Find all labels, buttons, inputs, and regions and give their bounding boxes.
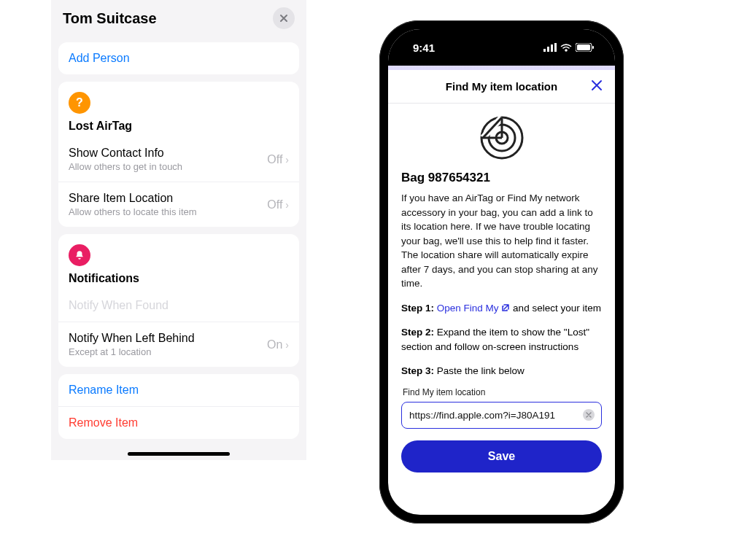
- chevron-right-icon: ›: [285, 339, 289, 351]
- lost-section-header: ?: [58, 82, 299, 114]
- notify-when-found-label: Notify When Found: [69, 299, 169, 312]
- chevron-right-icon: ›: [285, 154, 289, 166]
- step-2-label: Step 2:: [401, 327, 434, 338]
- notify-when-found-row: Notify When Found: [58, 289, 299, 322]
- row-value: Off: [267, 198, 282, 211]
- bell-icon: [69, 244, 90, 266]
- findmy-item-sheet: Tom Suitcase Add Person ? Lost AirTag Sh…: [51, 0, 306, 460]
- share-item-location-row[interactable]: Share Item Location Allow others to loca…: [58, 182, 299, 227]
- show-contact-info-row[interactable]: Show Contact Info Allow others to get in…: [58, 137, 299, 182]
- modal-title: Find My item location: [446, 80, 557, 93]
- step-1-label: Step 1:: [401, 303, 434, 314]
- notify-when-left-behind-row[interactable]: Notify When Left Behind Except at 1 loca…: [58, 322, 299, 367]
- svg-rect-3: [554, 43, 557, 52]
- step-3-label: Step 3:: [401, 365, 434, 376]
- svg-rect-6: [592, 46, 594, 49]
- row-value: On: [267, 338, 282, 351]
- clear-input-icon[interactable]: [583, 409, 595, 421]
- dynamic-island: [464, 36, 540, 58]
- sheet-title: Tom Suitcase: [63, 10, 157, 27]
- step-3: Step 3: Paste the link below: [401, 364, 602, 378]
- add-person-row[interactable]: Add Person: [58, 42, 299, 74]
- row-title: Notify When Left Behind: [69, 332, 195, 345]
- step-2: Step 2: Expand the item to show the "Los…: [401, 325, 602, 355]
- add-person-label: Add Person: [69, 52, 130, 65]
- rename-item-row[interactable]: Rename Item: [58, 374, 299, 407]
- step-3-text: Paste the link below: [434, 365, 525, 376]
- home-indicator: [128, 452, 230, 456]
- save-button[interactable]: Save: [401, 440, 602, 472]
- bag-heading: Bag 987654321: [401, 171, 602, 185]
- svg-rect-1: [547, 47, 549, 52]
- svg-rect-2: [551, 44, 553, 52]
- modal-header: Find My item location: [388, 70, 615, 104]
- row-title: Show Contact Info: [69, 147, 182, 160]
- remove-item-row[interactable]: Remove Item: [58, 407, 299, 439]
- radar-icon: [401, 115, 602, 160]
- step-1-rest: and select your item: [513, 303, 601, 314]
- external-link-icon: [501, 302, 510, 316]
- iphone-frame: 9:41 Find My item location: [379, 20, 624, 524]
- url-field-label: Find My item location: [403, 387, 602, 397]
- notifications-section-header: [58, 234, 299, 266]
- row-title: Share Item Location: [69, 192, 197, 205]
- row-subtitle: Allow others to locate this item: [69, 206, 197, 217]
- row-subtitle: Except at 1 location: [69, 346, 195, 357]
- close-icon[interactable]: [273, 7, 295, 29]
- cellular-icon: [543, 42, 557, 54]
- open-find-my-link[interactable]: Open Find My: [437, 303, 513, 314]
- status-time: 9:41: [413, 42, 435, 54]
- remove-item-label: Remove Item: [69, 416, 138, 429]
- notifications-title: Notifications: [58, 266, 299, 289]
- close-icon[interactable]: [590, 79, 603, 96]
- wifi-icon: [560, 42, 572, 54]
- question-icon: ?: [69, 92, 90, 114]
- svg-rect-0: [543, 49, 546, 52]
- step-1: Step 1: Open Find My and select your ite…: [401, 301, 602, 316]
- chevron-right-icon: ›: [285, 199, 289, 211]
- svg-rect-5: [577, 44, 590, 50]
- find-my-url-input[interactable]: [401, 402, 602, 429]
- bag-description: If you have an AirTag or Find My network…: [401, 191, 602, 291]
- rename-item-label: Rename Item: [69, 384, 139, 397]
- row-subtitle: Allow others to get in touch: [69, 161, 182, 172]
- row-value: Off: [267, 153, 282, 166]
- battery-icon: [576, 42, 595, 54]
- lost-airtag-title: Lost AirTag: [58, 114, 299, 137]
